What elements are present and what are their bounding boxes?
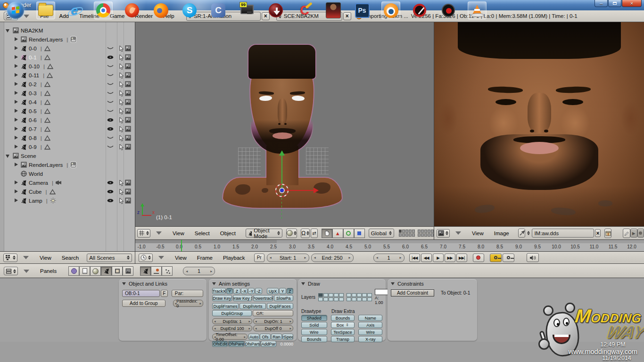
panel-title-row[interactable]: Constraints <box>391 280 474 287</box>
internet-explorer[interactable]: e <box>65 1 84 19</box>
outliner-row-camera[interactable]: Camera| <box>5 178 135 187</box>
visibility-closed-eye-icon[interactable] <box>107 90 114 97</box>
layer-cell[interactable] <box>339 297 344 301</box>
layer-cell[interactable] <box>318 293 323 297</box>
object-subcontext-button[interactable] <box>140 266 151 276</box>
ccleaner[interactable]: C <box>295 1 314 19</box>
track-toggle-y[interactable]: -Y <box>248 288 255 294</box>
renderability-icon[interactable] <box>124 63 132 70</box>
panel-collapse-icon[interactable] <box>122 282 126 285</box>
anim-toggle-draw-key[interactable]: Draw Key <box>212 295 232 301</box>
expand-right-icon[interactable] <box>14 144 19 149</box>
fake-user-button[interactable]: F <box>161 290 168 297</box>
physics-subcontext-button[interactable] <box>151 266 162 276</box>
uv-image-editor-canvas[interactable] <box>434 22 644 226</box>
editor-type-stepper[interactable] <box>446 231 448 235</box>
buttons-editor-type-button[interactable] <box>4 267 18 275</box>
red-flame-app[interactable] <box>123 1 141 19</box>
expand-right-icon[interactable] <box>14 135 19 140</box>
draw-extra-wire[interactable]: Wire <box>358 329 382 335</box>
expand-right-icon[interactable] <box>14 55 19 60</box>
ofs-toggle-ofsedit[interactable]: OfsEdit <box>212 341 228 347</box>
visibility-closed-eye-icon[interactable] <box>107 135 114 141</box>
panels-label[interactable]: Panels <box>40 268 57 274</box>
paint-mode-button[interactable] <box>623 229 630 238</box>
dupli-toggle-dupliverts[interactable]: DupliVerts <box>239 303 266 309</box>
outliner-row-scene[interactable]: Scene <box>5 151 135 160</box>
outliner-editor-type-button[interactable] <box>3 254 17 262</box>
taskbar-clock-date[interactable]: 11/19/2014 <box>588 355 644 362</box>
expand-down-icon[interactable] <box>6 153 11 158</box>
current-frame-marker[interactable] <box>181 240 182 251</box>
outliner-row-lamp[interactable]: Lamp| <box>5 196 135 205</box>
viewport-layer-cell[interactable] <box>421 230 424 233</box>
viewport-layer-cell[interactable] <box>424 230 427 233</box>
track-toggle-z[interactable]: -Z <box>255 288 262 294</box>
outliner-row-0-0[interactable]: 0-0| <box>5 44 135 53</box>
selectability-cursor-icon[interactable] <box>118 99 125 106</box>
timeline-menu-view[interactable]: View <box>175 255 187 261</box>
up-toggle-z[interactable]: Z <box>287 288 293 294</box>
outliner-row-0-3[interactable]: 0-3| <box>5 89 135 98</box>
dup-field-dupoff-0[interactable]: DupOff 0 <box>253 325 293 331</box>
selectability-cursor-icon[interactable] <box>118 72 125 79</box>
panel-collapse-icon[interactable] <box>301 282 305 285</box>
renderability-icon[interactable] <box>124 45 132 52</box>
rotate-manipulator-toggle[interactable]: ▲ <box>332 229 343 238</box>
renderability-icon[interactable] <box>124 117 132 123</box>
pass-index-field[interactable]: PassIndex: 0 <box>173 300 203 307</box>
jump-to-start-button[interactable]: |◀◀ <box>409 254 420 262</box>
expand-right-icon[interactable] <box>14 189 19 194</box>
end-frame-field[interactable]: ◂ End: 250 ▸ <box>311 254 354 262</box>
header-collapse-icon[interactable] <box>24 270 29 273</box>
outliner-menu-search[interactable]: Search <box>62 255 79 261</box>
editor-type-stepper[interactable] <box>148 255 151 260</box>
previous-keyframe-button[interactable]: ◀◀ <box>421 254 432 262</box>
draw-extra-x-ray[interactable]: X-ray <box>358 336 382 342</box>
decrement-arrow[interactable]: ◂ <box>186 269 188 273</box>
red-media-app[interactable] <box>410 1 429 19</box>
ytd-downloader[interactable] <box>266 1 285 19</box>
timeline-ruler[interactable]: -1.0-0.50.00.51.01.52.02.53.03.54.04.55.… <box>135 239 644 251</box>
selectability-cursor-icon[interactable] <box>118 63 125 70</box>
photo-viewer[interactable] <box>324 1 343 19</box>
outliner-row-0-9[interactable]: 0-9| <box>5 142 135 151</box>
visibility-closed-eye-icon[interactable] <box>107 45 114 52</box>
editor-type-stepper[interactable] <box>146 231 149 235</box>
maximize-button[interactable] <box>608 0 621 7</box>
dup-field-dupon-1[interactable]: DupOn: 1 <box>253 318 293 324</box>
mode-select[interactable]: Object Mode <box>246 229 282 238</box>
renderability-icon[interactable] <box>124 72 132 79</box>
up-toggle-y[interactable]: Y <box>279 288 286 294</box>
start-button[interactable] <box>5 1 26 19</box>
viewport-layer-cell[interactable] <box>405 233 408 237</box>
layer-cell[interactable] <box>339 293 344 297</box>
panel-collapse-icon[interactable] <box>391 282 395 285</box>
viewport-layer-cell[interactable] <box>424 233 427 237</box>
renderability-icon[interactable] <box>124 180 132 186</box>
blue-c-app[interactable]: C <box>209 1 228 19</box>
object-color-swatch[interactable] <box>375 289 388 295</box>
visibility-open-eye-icon[interactable] <box>107 180 114 186</box>
action-center-flag-icon[interactable] <box>562 350 566 355</box>
outliner-row-0-2[interactable]: 0-2| <box>5 80 135 89</box>
header-collapse-icon[interactable] <box>156 231 162 235</box>
pivot-stepper[interactable] <box>306 231 309 235</box>
panel-title-row[interactable]: Draw <box>301 280 382 287</box>
increment-arrow[interactable]: ▸ <box>210 269 212 273</box>
decrement-arrow[interactable]: ◂ <box>270 255 272 260</box>
close-button[interactable]: × <box>622 0 642 7</box>
audio-sync-button[interactable] <box>527 253 539 262</box>
expand-right-icon[interactable] <box>14 198 19 203</box>
viewport-editor-type-button[interactable] <box>137 229 150 238</box>
selectability-cursor-icon[interactable] <box>118 45 125 52</box>
increment-arrow[interactable]: ▸ <box>400 255 402 260</box>
image-editor-type-button[interactable] <box>437 229 450 238</box>
visibility-open-eye-icon[interactable] <box>107 189 114 195</box>
outliner-row-renderlayers[interactable]: RenderLayers| <box>5 35 135 44</box>
up-toggle-upx[interactable]: UpX <box>267 288 279 294</box>
expand-right-icon[interactable] <box>14 37 19 42</box>
viewport-layer-cell[interactable] <box>409 233 412 237</box>
google-chrome[interactable] <box>94 1 113 19</box>
minimize-button[interactable]: – <box>594 0 608 7</box>
